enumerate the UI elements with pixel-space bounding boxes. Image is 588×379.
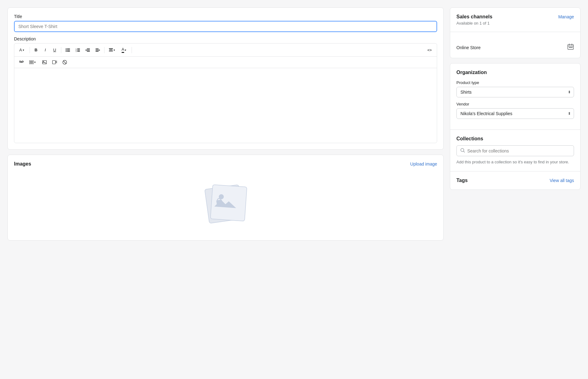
- italic-button[interactable]: I: [41, 46, 50, 54]
- tags-title: Tags: [456, 178, 468, 183]
- svg-line-30: [63, 61, 66, 64]
- product-type-label: Product type: [456, 80, 574, 85]
- images-header: Images Upload image: [14, 161, 437, 167]
- svg-rect-34: [216, 199, 222, 204]
- vendor-field: Vendor Nikola's Electrical Supplies Othe…: [456, 102, 574, 119]
- align-button[interactable]: ▾: [106, 47, 117, 53]
- description-label: Description: [14, 36, 437, 41]
- svg-point-4: [66, 51, 67, 52]
- ordered-list-button[interactable]: 1. 2. 3.: [73, 47, 82, 54]
- sales-channels-section: Sales channels Manage Available on 1 of …: [450, 8, 580, 32]
- sales-channels-title: Sales channels: [456, 14, 492, 20]
- svg-rect-20: [109, 51, 113, 51]
- images-placeholder-svg: [198, 178, 254, 228]
- upload-image-link[interactable]: Upload image: [410, 161, 437, 166]
- images-title: Images: [14, 161, 31, 167]
- svg-rect-7: [77, 49, 80, 49]
- product-type-select[interactable]: Shirts Pants Accessories Shoes: [456, 87, 574, 97]
- title-label: Title: [14, 14, 437, 19]
- svg-point-2: [66, 49, 67, 50]
- svg-rect-3: [67, 50, 70, 50]
- online-store-section: Online Store: [450, 32, 580, 58]
- collections-hint: Add this product to a collection so it's…: [456, 159, 574, 165]
- insert-image-button[interactable]: [40, 59, 49, 66]
- svg-rect-11: [77, 51, 80, 52]
- organization-card: Organization Product type Shirts Pants A…: [450, 63, 581, 190]
- svg-rect-12: [87, 49, 90, 49]
- svg-line-43: [464, 151, 465, 152]
- underline-button[interactable]: U: [50, 46, 59, 54]
- sales-channels-card: Sales channels Manage Available on 1 of …: [450, 7, 581, 58]
- description-editor: A ▾ B I U: [14, 43, 437, 143]
- align-arrow: ▾: [114, 49, 115, 52]
- text-color-label: A: [122, 47, 124, 53]
- bullet-list-button[interactable]: [63, 47, 72, 54]
- search-icon: [460, 148, 465, 153]
- bold-button[interactable]: B: [32, 46, 40, 54]
- vendor-select[interactable]: Nikola's Electrical Supplies Other Vendo…: [456, 108, 574, 119]
- font-arrow: ▾: [23, 49, 24, 52]
- svg-rect-39: [569, 47, 570, 48]
- description-editor-body[interactable]: [14, 68, 437, 143]
- svg-rect-17: [96, 51, 99, 52]
- images-placeholder: [14, 172, 437, 234]
- clear-format-button[interactable]: [60, 58, 69, 66]
- table-arrow: ▾: [34, 61, 36, 64]
- online-store-row: Online Store: [456, 38, 574, 52]
- calendar-icon[interactable]: [567, 43, 574, 52]
- vendor-label: Vendor: [456, 102, 574, 106]
- product-type-select-wrapper: Shirts Pants Accessories Shoes ⬍: [456, 87, 574, 97]
- svg-rect-15: [96, 49, 99, 49]
- table-button[interactable]: ▾: [27, 59, 37, 66]
- editor-toolbar-row2: ▾: [14, 57, 437, 68]
- svg-rect-21: [29, 60, 34, 64]
- text-color-button[interactable]: A ▾: [119, 45, 128, 54]
- svg-point-27: [43, 61, 44, 62]
- svg-text:3.: 3.: [76, 50, 77, 52]
- svg-rect-40: [570, 47, 571, 48]
- tags-section: Tags View all tags: [450, 171, 580, 190]
- title-input[interactable]: [14, 21, 437, 32]
- collections-section: Collections Add this product to a collec…: [450, 130, 580, 171]
- toolbar-divider-3: [104, 47, 105, 53]
- svg-rect-5: [67, 51, 70, 52]
- view-all-tags-link[interactable]: View all tags: [550, 178, 574, 183]
- code-button[interactable]: <>: [425, 46, 434, 54]
- svg-rect-1: [67, 49, 70, 49]
- editor-toolbar: A ▾ B I U: [14, 44, 437, 57]
- svg-rect-41: [572, 47, 572, 48]
- video-button[interactable]: [50, 59, 59, 66]
- svg-rect-18: [109, 48, 113, 49]
- collections-title: Collections: [456, 136, 574, 142]
- svg-rect-28: [53, 61, 56, 64]
- text-color-arrow: ▾: [125, 49, 126, 52]
- svg-point-0: [66, 48, 67, 49]
- organization-title: Organization: [456, 70, 574, 75]
- images-card: Images Upload image: [7, 155, 444, 241]
- indent-decrease-button[interactable]: [83, 47, 92, 54]
- toolbar-divider-1: [30, 47, 30, 53]
- svg-rect-9: [77, 50, 80, 50]
- organization-section: Organization Product type Shirts Pants A…: [450, 63, 580, 129]
- svg-rect-14: [87, 51, 90, 52]
- toolbar-divider-4: [132, 47, 132, 53]
- font-button[interactable]: A ▾: [17, 46, 26, 54]
- sales-channels-manage-link[interactable]: Manage: [558, 14, 574, 19]
- vendor-select-wrapper: Nikola's Electrical Supplies Other Vendo…: [456, 108, 574, 119]
- toolbar-divider-2: [61, 47, 61, 53]
- collections-search-input[interactable]: [467, 148, 570, 153]
- tags-header: Tags View all tags: [456, 178, 574, 183]
- product-type-field: Product type Shirts Pants Accessories Sh…: [456, 80, 574, 97]
- sales-channels-availability: Available on 1 of 1: [456, 21, 574, 26]
- font-label: A: [19, 48, 22, 52]
- online-store-label: Online Store: [456, 45, 481, 50]
- collections-search-wrapper[interactable]: [456, 145, 574, 156]
- svg-rect-19: [109, 49, 113, 50]
- sales-channels-header: Sales channels Manage: [456, 14, 574, 20]
- indent-increase-button[interactable]: [93, 47, 102, 54]
- link-button[interactable]: [17, 59, 26, 65]
